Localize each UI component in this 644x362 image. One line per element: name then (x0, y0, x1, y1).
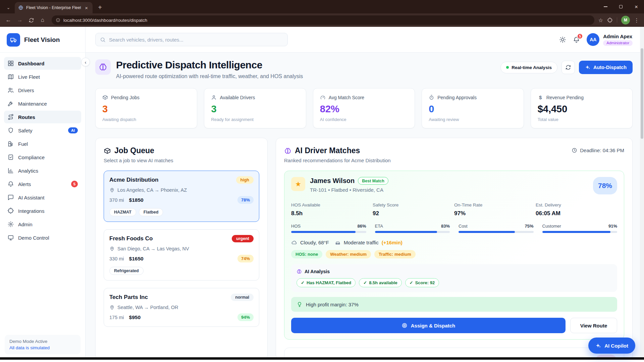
theme-toggle-sun-icon[interactable] (559, 36, 566, 43)
job-tag: Refrigerated (109, 267, 144, 275)
sidebar-item-alerts[interactable]: Alerts 5 (4, 178, 81, 190)
sidebar-item-demo-control[interactable]: Demo Control (4, 231, 81, 244)
home-button[interactable]: ⌂ (38, 15, 48, 25)
page-scrollbar[interactable] (640, 27, 644, 360)
user-avatar[interactable]: AA (587, 33, 599, 46)
tab-close-icon[interactable]: × (84, 5, 89, 11)
sidebar-item-dashboard[interactable]: Dashboard (4, 57, 81, 70)
sidebar-item-routes[interactable]: Routes (4, 111, 81, 123)
brain-icon (297, 269, 302, 274)
sidebar-item-live-fleet[interactable]: Live Fleet (4, 70, 81, 83)
new-tab-button[interactable]: + (95, 3, 105, 12)
stat-card-pending-approvals: Pending Approvals 0 Awaiting review (422, 88, 524, 128)
risk-tag-hos: HOS: none (291, 250, 322, 258)
window-controls: × (598, 0, 644, 13)
sidebar-item-admin[interactable]: Admin (4, 218, 81, 231)
map-pin-icon (109, 187, 115, 193)
refresh-button[interactable] (561, 61, 575, 74)
forward-button[interactable]: → (15, 15, 25, 25)
cloud-icon (291, 239, 297, 245)
bookmark-star-icon[interactable]: ☆ (598, 17, 603, 23)
risk-tag-traffic: Traffic: medium (374, 250, 416, 258)
search-input[interactable] (109, 37, 283, 43)
sidebar-item-safety[interactable]: Safety AI (4, 124, 81, 137)
page-content: Predictive Dispatch Intelligence AI-powe… (86, 53, 644, 360)
conditions-row: Cloudy, 68°F Moderate traffic (+16min) (291, 239, 617, 245)
extensions-icon[interactable] (607, 17, 613, 23)
clipboard-check-icon (7, 154, 14, 161)
status-dot (506, 66, 509, 69)
job-card-tech-parts-inc[interactable]: Tech Parts Inc normal Seattle, WA → Port… (104, 288, 259, 327)
priority-badge: normal (231, 294, 254, 301)
stat-value: 0 (429, 104, 517, 115)
sidebar-item-analytics[interactable]: Analytics (4, 164, 81, 177)
sidebar-item-integrations[interactable]: Integrations (4, 204, 81, 217)
job-tag: HAZMAT (109, 208, 136, 216)
star-icon: ★ (291, 177, 305, 191)
demo-mode-subtitle[interactable]: All data is simulated (9, 345, 76, 350)
car-icon (335, 239, 341, 245)
map-pin-icon (109, 305, 115, 310)
browser-profile-avatar[interactable]: M (621, 16, 630, 24)
notifications-bell-icon[interactable]: 5 (573, 36, 580, 43)
stat-card-avg-match-score: Avg Match Score 82% AI confidence (313, 88, 415, 128)
analysis-check: ✓ Has HAZMAT, Flatbed (297, 278, 356, 287)
toolbar-right: ☆ M ⋮ (598, 16, 641, 24)
ai-copilot-button[interactable]: AI Copilot (588, 338, 635, 354)
notification-count-badge: 5 (577, 33, 583, 39)
route-icon (7, 114, 14, 120)
sidebar-item-compliance[interactable]: Compliance (4, 151, 81, 164)
user-name: Admin Apex (603, 34, 633, 39)
stat-value: 3 (102, 104, 190, 115)
site-info-icon[interactable] (56, 18, 60, 22)
sidebar-item-drivers[interactable]: Drivers (4, 84, 81, 97)
tab-search-button[interactable]: ⌄ (4, 3, 13, 12)
profit-insight-box: High profit margin: 37% (291, 297, 617, 312)
global-search[interactable] (95, 33, 288, 46)
sidebar-item-fuel[interactable]: Fuel (4, 137, 81, 150)
package-icon (102, 95, 108, 100)
sidebar-collapse-button[interactable]: ‹ (81, 58, 90, 66)
brand-name: Fleet Vision (24, 36, 60, 44)
job-card-acme-distribution[interactable]: Acme Distribution high Los Angeles, CA →… (104, 171, 259, 222)
toolbar-divider (617, 17, 617, 23)
view-route-button[interactable]: View Route (570, 318, 617, 333)
stat-value: $4,450 (538, 104, 626, 115)
analysis-check: ✓ 8.5h available (359, 278, 401, 287)
stat-card-pending-jobs: Pending Jobs 3 Awaiting dispatch (95, 88, 197, 128)
address-bar[interactable]: localhost:3000/dashboard/routes/dispatch (52, 15, 594, 25)
bottom-black-strip (0, 357, 644, 360)
demo-mode-title: Demo Mode Active (9, 339, 76, 344)
close-button[interactable]: × (629, 0, 644, 13)
scrollbar-thumb[interactable] (641, 48, 643, 139)
maximize-button[interactable] (613, 0, 629, 13)
tab-strip: ⌄ Fleet Vision - Enterprise Fleet M × + … (0, 0, 644, 13)
back-button[interactable]: ← (3, 15, 13, 25)
match-percent-badge: 94% (237, 313, 254, 321)
monitor-icon (7, 234, 14, 241)
matches-subtitle: Ranked recommendations for Acme Distribu… (284, 158, 391, 163)
user-menu[interactable]: AA Admin Apex Administrator (587, 33, 633, 46)
dollar-icon: $ (538, 95, 543, 100)
tab-title: Fleet Vision - Enterprise Fleet M (26, 5, 81, 10)
bell-icon (7, 181, 14, 187)
browser-tab[interactable]: Fleet Vision - Enterprise Fleet M × (15, 2, 93, 13)
browser-toolbar: ← → ⌂ localhost:3000/dashboard/routes/di… (0, 13, 644, 27)
sidebar-item-ai-assistant[interactable]: AI Assistant (4, 191, 81, 204)
chat-bubble-icon (7, 194, 14, 201)
stat-value: 3 (211, 104, 299, 115)
auto-dispatch-button[interactable]: Auto-Dispatch (579, 61, 633, 74)
sparkles-icon (585, 65, 590, 70)
assign-dispatch-button[interactable]: Assign & Dispatch (291, 318, 566, 333)
sidebar-item-maintenance[interactable]: Maintenance (4, 97, 81, 110)
score-bar-cost: Cost 75% (459, 224, 534, 233)
topbar-right: 5 AA Admin Apex Administrator (559, 33, 633, 46)
browser-menu-icon[interactable]: ⋮ (634, 17, 639, 23)
app-window: Fleet Vision Dashboard Live Fleet Driver… (0, 27, 644, 360)
reload-button[interactable] (26, 15, 36, 25)
minimize-button[interactable] (598, 0, 613, 13)
puzzle-icon (7, 207, 14, 214)
url-text: localhost:3000/dashboard/routes/dispatch (63, 18, 147, 23)
driver-match-score: 78% (593, 177, 617, 194)
job-card-fresh-foods-co[interactable]: Fresh Foods Co urgent San Diego, CA → La… (104, 229, 259, 281)
